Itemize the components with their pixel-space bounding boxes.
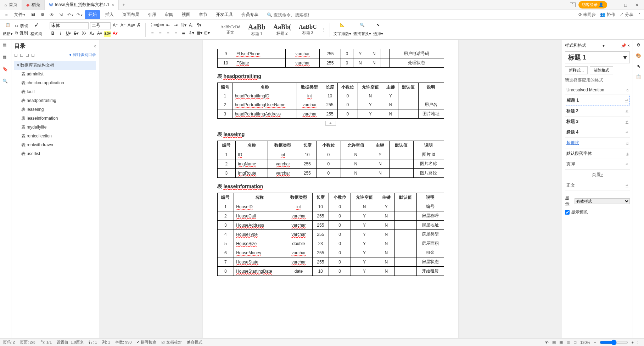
status-words[interactable]: 字数: 993 [115,340,131,345]
style-panel-close-icon[interactable]: × [627,43,630,48]
line-spacing-icon[interactable]: ⇅▾ [180,23,187,29]
decrease-indent-icon[interactable]: ⇤ [165,23,171,29]
subscript-icon[interactable]: X₂ [89,31,95,37]
clear-format-button[interactable]: 清除格式 [590,66,613,74]
para-spacing-icon[interactable]: ⇕▾ [188,30,195,37]
highlight-icon[interactable]: ab▾ [104,31,111,37]
styles-icon[interactable]: 🎨 [636,53,641,58]
table-row[interactable]: 3ImgRoutevarchar2550NN图片路径 [217,169,444,178]
style-normal[interactable]: AaBbCcDd正文 [218,24,243,35]
style-list-item[interactable]: 页脚↵ [565,159,630,170]
styles-more-icon[interactable]: ⋮ [322,27,326,32]
select-button[interactable]: ⬉选择▾ [373,23,383,36]
select-tool-icon[interactable]: ⬉ [637,64,640,69]
toc-close-icon[interactable]: × [94,44,96,49]
increase-font-icon[interactable]: A⁺ [112,23,118,29]
distribute-icon[interactable]: ≣ [180,30,187,37]
new-style-button[interactable]: 新样式... [565,66,588,74]
underline-icon[interactable]: U▾ [65,31,72,37]
style-list-item[interactable]: 超链接a [565,138,630,148]
align-justify-icon[interactable]: ≡ [173,30,179,37]
zoom-out-icon[interactable]: − [594,340,596,345]
font-name-select[interactable] [50,22,89,29]
minimize-icon[interactable]: — [610,2,618,7]
thumbnail-icon[interactable]: ▦ [2,55,9,61]
align-right-icon[interactable]: ≡ [165,30,171,37]
status-col[interactable]: 列: 1 [102,340,110,345]
tab-start[interactable]: 开始 [85,10,100,19]
tab-section[interactable]: 章节 [195,10,211,19]
italic-icon[interactable]: I [57,31,64,37]
share-button[interactable]: ↗ 分享 [620,12,633,18]
zoom-slider[interactable] [600,340,628,345]
current-style-display[interactable]: 标题 1▾ [565,51,630,63]
text-effects-icon[interactable]: A▾ [96,31,103,37]
view-web-icon[interactable]: ▦ [559,340,563,345]
qat-redo-icon[interactable]: ↷ [75,12,83,17]
toc-item[interactable]: 表 leaseimg [14,105,96,114]
qat-preview-icon[interactable]: 👁 [48,12,56,17]
table-row[interactable]: 5HouseSizedouble230YN房屋面积 [217,239,444,248]
table-row[interactable]: 2headPortraitImgUserNamevarchar2550YN用户名 [217,100,444,109]
align-left-icon[interactable]: ≡ [149,30,156,37]
collapse-ribbon-icon[interactable]: ⌃ [638,12,641,17]
view-read-icon[interactable]: 👁 [545,340,549,345]
close-icon[interactable]: × [112,2,114,7]
status-spell[interactable]: ✔ 拼写检查 [136,340,156,345]
status-page-no[interactable]: 页码: 2 [3,340,15,345]
tab-pagelayout[interactable]: 页面布局 [119,10,143,19]
qat-save-icon[interactable]: 🖬 [29,12,37,17]
style-list-item[interactable]: 标题 2↵ [565,106,630,117]
bold-icon[interactable]: B [50,31,56,37]
table-row[interactable]: 4HouseTypevarchar2550YN房屋类型 [217,230,444,239]
style-list-item[interactable]: 默认段落字体a [565,148,630,159]
style-list-item[interactable]: 标题 4↵ [565,127,630,138]
toc-item[interactable]: 表 headportraitimg [14,96,96,105]
outline-icon[interactable]: ▤ [2,42,9,49]
view-print-icon[interactable]: ▤ [552,340,556,345]
toc-item[interactable]: 表 fault [14,87,96,96]
copy-button[interactable]: ⧉复制 [15,30,28,36]
toc-item[interactable]: 表 adminlist [14,70,96,79]
login-button[interactable]: 访客登录 👤 [578,1,607,8]
sync-status[interactable]: ⟳ 未同步 [578,12,596,18]
shading-icon[interactable]: ▦▾ [196,30,202,37]
borders-icon[interactable]: ⊞▾ [204,30,210,37]
style-list-item[interactable]: 标题 1↵ [565,95,630,106]
show-preview-checkbox[interactable]: 显示预览 [565,209,630,215]
increase-indent-icon[interactable]: ⇥ [173,23,179,29]
tab-document[interactable]: W lease房屋租赁数据库文档1.1 × [45,0,119,10]
zoom-in-icon[interactable]: + [632,340,634,345]
table-row[interactable]: 6HouseMoneyvarchar2550YN租金 [217,248,444,257]
tab-review[interactable]: 审阅 [161,10,177,19]
table-row[interactable]: 3HouseAddressvarchar2550YN房屋地址 [217,221,444,230]
qat-print-icon[interactable]: 🖶 [39,12,46,17]
cut-button[interactable]: ✂剪切 [15,23,28,29]
toc-root[interactable]: 数据库表结构文档 [14,61,96,70]
toc-refresh-icon[interactable]: ◻ [31,52,35,57]
status-page-of[interactable]: 页面: 2/3 [20,340,35,345]
ribbon-search[interactable]: 🔍 [267,12,309,17]
tab-home[interactable]: ⌂ 首页 [0,0,22,10]
superscript-icon[interactable]: X² [81,31,87,37]
change-case-icon[interactable]: Aa▾ [128,23,134,29]
properties-icon[interactable]: ⚙ [637,42,640,47]
numbering-icon[interactable]: 1≡▾ [157,23,163,29]
tab-member[interactable]: 会员专享 [238,10,262,19]
toc-item[interactable]: 表 mydailylife [14,123,96,132]
file-menu[interactable]: 文件 [11,12,28,18]
close-window-icon[interactable]: ✕ [633,2,641,7]
table-row[interactable]: 10FStatevarchar2550NN处理状态 [217,58,444,68]
toc-item[interactable]: 表 rentwithdrawn [14,141,96,149]
text-layout-button[interactable]: 📐文字排版▾ [334,23,351,36]
paste-button[interactable]: 📋粘贴▾ [3,23,13,36]
find-replace-button[interactable]: 🔍查找替换▾ [353,23,371,36]
status-compat[interactable]: 兼容模式 [187,340,202,345]
style-list-item[interactable]: 标题 3↵ [565,117,630,127]
maximize-icon[interactable]: ◻ [621,2,630,7]
status-line[interactable]: 行: 1 [89,340,97,345]
document-area[interactable]: 9FUserPhonevarchar2550YN用户电话号码10FStateva… [99,40,562,338]
status-section[interactable]: 节: 1/1 [40,340,52,345]
search-input[interactable] [274,12,309,17]
tab-devtools[interactable]: 开发工具 [212,10,236,19]
